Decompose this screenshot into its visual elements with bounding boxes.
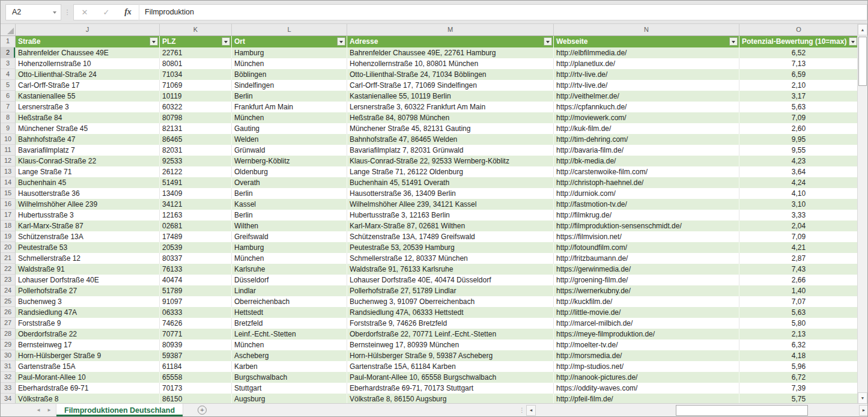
cell-n6[interactable]: http://veithelmer.de/ [554, 91, 739, 102]
row-number[interactable]: 18 [1, 221, 16, 231]
cell-n28[interactable]: https://meye-filmproduktion.de/ [554, 329, 739, 339]
cell-k28[interactable]: 70771 [160, 329, 232, 339]
cell-m18[interactable]: Karl-Marx-Straße 87, 02681 Wilthen [347, 221, 554, 231]
row-number[interactable]: 22 [1, 264, 16, 275]
header-cell-ort[interactable]: Ort [232, 36, 347, 47]
cell-n17[interactable]: http://filmkrug.de/ [554, 210, 739, 221]
row-number[interactable]: 1 [1, 36, 16, 47]
cell-l27[interactable]: Bretzfeld [232, 318, 347, 329]
cell-k31[interactable]: 61184 [160, 361, 232, 372]
cell-j9[interactable]: Münchener Straße 45 [16, 123, 160, 134]
column-header-o[interactable]: O [739, 24, 858, 35]
cell-m12[interactable]: Klaus-Conrad-Straße 22, 92533 Wernberg-K… [347, 156, 554, 166]
cell-m30[interactable]: Horn-Hülsberger Straße 9, 59387 Ascheber… [347, 350, 554, 361]
add-sheet-button[interactable]: + [198, 406, 207, 415]
cell-m27[interactable]: Forststraße 9, 74626 Bretzfeld [347, 318, 554, 329]
cell-j7[interactable]: Lersnerstraße 3 [16, 102, 160, 112]
cell-l17[interactable]: Berlin [232, 210, 347, 221]
cell-j19[interactable]: Schützenstraße 13A [16, 231, 160, 242]
cell-n8[interactable]: http://moviewerk.com/ [554, 112, 739, 123]
cell-k17[interactable]: 12163 [160, 210, 232, 221]
cell-m10[interactable]: Bahnhofstraße 47, 86465 Welden [347, 134, 554, 145]
cell-m8[interactable]: Heßstraße 84, 80798 München [347, 112, 554, 123]
row-number[interactable]: 5 [1, 80, 16, 91]
cell-o7[interactable]: 5,63 [739, 102, 858, 112]
row-number[interactable]: 21 [1, 253, 16, 264]
sheet-tab-filmproduktionen-deutschland[interactable]: Filmproduktionen Deutschland [56, 404, 183, 416]
cell-j24[interactable]: Pollerhofstraße 27 [16, 285, 160, 296]
cell-m20[interactable]: Peutestraße 53, 20539 Hamburg [347, 242, 554, 253]
cell-o4[interactable]: 6,59 [739, 69, 858, 80]
cell-j3[interactable]: Hohenzollernstraße 10 [16, 58, 160, 69]
column-header-n[interactable]: N [554, 24, 739, 35]
cell-n9[interactable]: http://kuk-film.de/ [554, 123, 739, 134]
horizontal-scrollbar[interactable]: ◄ ► [526, 404, 868, 416]
vertical-scrollbar-thumb[interactable] [858, 37, 867, 86]
scrollbar-splitter[interactable]: ⋮ [518, 407, 526, 413]
filter-button[interactable] [150, 37, 158, 46]
cell-j18[interactable]: Karl-Marx-Straße 87 [16, 221, 160, 231]
formula-bar-splitter[interactable]: ⋮ [61, 8, 73, 16]
cell-k3[interactable]: 80801 [160, 58, 232, 69]
scroll-left-icon[interactable]: ◄ [526, 405, 536, 416]
cell-k10[interactable]: 86465 [160, 134, 232, 145]
scroll-down-icon[interactable]: ▼ [858, 392, 867, 404]
cell-l6[interactable]: Berlin [232, 91, 347, 102]
cell-j33[interactable]: Eberhardstraße 69-71 [16, 383, 160, 394]
cell-o11[interactable]: 9,55 [739, 145, 858, 156]
row-number[interactable]: 29 [1, 339, 16, 350]
cell-o15[interactable]: 4,10 [739, 188, 858, 199]
cell-l28[interactable]: Leinf.-Echt.-Stetten [232, 329, 347, 339]
row-number[interactable]: 20 [1, 242, 16, 253]
filter-button[interactable] [729, 37, 738, 46]
cell-j22[interactable]: Waldstraße 91 [16, 264, 160, 275]
cell-m33[interactable]: Eberhardstraße 69-71, 70173 Stuttgart [347, 383, 554, 394]
filter-button[interactable] [337, 37, 345, 46]
cell-j15[interactable]: Hausotterstraße 36 [16, 188, 160, 199]
cell-n20[interactable]: http://fotoundfilm.com/ [554, 242, 739, 253]
cell-m17[interactable]: Hubertusstraße 3, 12163 Berlin [347, 210, 554, 221]
cell-l8[interactable]: München [232, 112, 347, 123]
header-cell-plz[interactable]: PLZ [160, 36, 232, 47]
cell-m15[interactable]: Hausotterstraße 36, 13409 Berlin [347, 188, 554, 199]
cell-n16[interactable]: http://fastmotion-tv.de/ [554, 199, 739, 210]
cell-k18[interactable]: 02681 [160, 221, 232, 231]
cell-o21[interactable]: 2,87 [739, 253, 858, 264]
sheet-nav-left-icon[interactable]: ◄ [34, 407, 43, 413]
cell-o10[interactable]: 9,95 [739, 134, 858, 145]
cell-k19[interactable]: 17489 [160, 231, 232, 242]
cell-o24[interactable]: 1,40 [739, 285, 858, 296]
cell-o13[interactable]: 3,64 [739, 166, 858, 177]
cell-j29[interactable]: Bernsteinweg 17 [16, 339, 160, 350]
scroll-right-icon[interactable]: ► [859, 405, 868, 416]
cell-o22[interactable]: 7,43 [739, 264, 858, 275]
cancel-icon[interactable]: ✕ [74, 8, 96, 17]
cell-l10[interactable]: Welden [232, 134, 347, 145]
cell-n21[interactable]: http://fritzbaumann.de/ [554, 253, 739, 264]
row-number[interactable]: 30 [1, 350, 16, 361]
row-number[interactable]: 3 [1, 58, 16, 69]
scroll-up-icon[interactable]: ▲ [858, 24, 867, 35]
filter-button[interactable] [849, 37, 857, 46]
row-number[interactable]: 14 [1, 177, 16, 188]
cell-o8[interactable]: 7,09 [739, 112, 858, 123]
cell-k27[interactable]: 74626 [160, 318, 232, 329]
cell-k2[interactable]: 22761 [160, 47, 232, 58]
cell-m25[interactable]: Buchenweg 3, 91097 Oberreichenbach [347, 296, 554, 307]
cell-n25[interactable]: http://kuckfilm.de/ [554, 296, 739, 307]
cell-n15[interactable]: http://durniok.com/ [554, 188, 739, 199]
row-number[interactable]: 19 [1, 231, 16, 242]
cell-l26[interactable]: Hettstedt [232, 307, 347, 318]
cell-j26[interactable]: Randsiedlung 47A [16, 307, 160, 318]
cell-n23[interactable]: http://groening-film.de/ [554, 275, 739, 285]
cell-k33[interactable]: 70173 [160, 383, 232, 394]
cell-j20[interactable]: Peutestraße 53 [16, 242, 160, 253]
cell-o9[interactable]: 2,60 [739, 123, 858, 134]
cell-n2[interactable]: http://elbfilmmedia.de/ [554, 47, 739, 58]
row-number[interactable]: 28 [1, 329, 16, 339]
row-number[interactable]: 24 [1, 285, 16, 296]
cell-k22[interactable]: 76133 [160, 264, 232, 275]
cell-l31[interactable]: Karben [232, 361, 347, 372]
cell-m9[interactable]: Münchener Straße 45, 82131 Gauting [347, 123, 554, 134]
row-number[interactable]: 33 [1, 383, 16, 394]
